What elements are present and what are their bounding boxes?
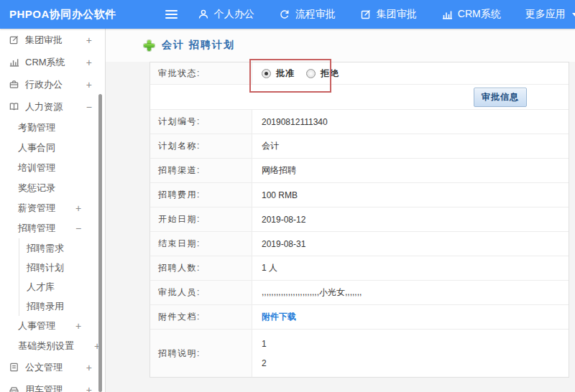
form-row-headcount: 招聘人数: 1 人: [150, 256, 569, 281]
field-label: 招聘人数:: [150, 256, 252, 280]
field-label: 审批状态:: [150, 62, 252, 84]
nav-group-approval[interactable]: 集团审批: [360, 8, 417, 21]
sidebar-item-label: 用车管理: [25, 383, 63, 392]
chart-icon: [9, 57, 19, 67]
sidebar-item-group-approval[interactable]: 集团审批 +: [0, 29, 105, 51]
expand-icon: +: [86, 34, 92, 46]
main-content: 会计 招聘计划 审批状态: 批准 拒绝 审批信息: [106, 29, 575, 392]
sidebar-item-label: 行政办公: [25, 78, 63, 91]
form-row-attachment: 附件文档: 附件下载: [150, 305, 569, 330]
expand-icon: +: [75, 202, 81, 214]
sidebar-item-recruit-demand[interactable]: 招聘需求: [19, 238, 105, 258]
sidebar-item-salary[interactable]: 薪资管理 +: [0, 198, 105, 218]
sidebar-item-admin-office[interactable]: 行政办公 +: [0, 73, 105, 95]
approval-info-button[interactable]: 审批信息: [474, 88, 527, 107]
nav-more-apps[interactable]: 更多应用: [525, 8, 575, 21]
top-navigation: 个人办公 流程审批 集团审批 CRM系统 更多应用: [198, 8, 575, 21]
sidebar-item-rewards[interactable]: 奖惩记录: [0, 178, 105, 198]
form-row-cost: 招聘费用: 100 RMB: [150, 183, 569, 207]
edit-icon: [360, 9, 372, 20]
nav-label: 个人办公: [214, 8, 254, 21]
sidebar-item-label: 培训管理: [18, 162, 55, 174]
field-label: 结束日期:: [150, 232, 252, 256]
expand-icon: +: [86, 79, 92, 90]
sidebar-item-vehicle-mgmt[interactable]: 用车管理 +: [0, 378, 105, 392]
briefcase-icon: [9, 79, 19, 90]
radio-unchecked-icon[interactable]: [306, 69, 316, 78]
sidebar-item-crm[interactable]: CRM系统 +: [0, 51, 105, 73]
field-label: 招聘说明:: [150, 330, 252, 377]
process-icon: [279, 9, 290, 20]
sidebar-item-label: 招聘录用: [27, 300, 64, 313]
sidebar-item-base-category[interactable]: 基础类别设置 +: [0, 336, 105, 356]
field-value: 1 人: [252, 256, 569, 280]
chart-icon: [441, 9, 453, 20]
field-label: 审批人员:: [150, 281, 252, 304]
radio-approve[interactable]: 批准: [262, 67, 295, 80]
book-icon: [9, 101, 19, 112]
sidebar-item-attendance[interactable]: 考勤管理: [0, 118, 105, 138]
form-row-start-date: 开始日期: 2019-08-12: [150, 207, 569, 232]
app-logo: PHPOA协同办公软件: [0, 8, 116, 22]
user-icon: [198, 9, 209, 20]
radio-reject[interactable]: 拒绝: [306, 67, 339, 80]
field-label: 附件文档:: [150, 305, 252, 329]
recruit-plan-form: 审批状态: 批准 拒绝 审批信息 计划编号: 20190812111: [150, 62, 569, 378]
form-row-plan-number: 计划编号: 20190812111340: [150, 110, 569, 134]
sidebar-item-personnel-mgmt[interactable]: 人事管理 +: [0, 316, 105, 336]
recruit-submenu: 招聘需求 招聘计划 人才库 招聘录用: [19, 238, 105, 316]
sidebar-item-recruit-plan[interactable]: 招聘计划: [19, 258, 105, 277]
sidebar-item-recruit-hire[interactable]: 招聘录用: [19, 297, 105, 316]
field-value: 会计: [252, 134, 569, 158]
field-value: ,,,,,,,,,,,,,,,,,,,,,,,,小光女,,,,,,,: [252, 281, 569, 304]
nav-process-approval[interactable]: 流程审批: [279, 8, 336, 21]
nav-crm[interactable]: CRM系统: [441, 8, 501, 21]
field-label: 招聘渠道:: [150, 159, 252, 182]
content-header: 会计 招聘计划: [106, 29, 575, 62]
sidebar-item-label: 考勤管理: [18, 121, 55, 134]
sidebar-item-talent-pool[interactable]: 人才库: [19, 277, 105, 297]
form-row-approvers: 审批人员: ,,,,,,,,,,,,,,,,,,,,,,,,小光女,,,,,,,: [150, 281, 569, 305]
sidebar-item-document-mgmt[interactable]: 公文管理 +: [0, 356, 105, 378]
field-value: 2019-08-12: [252, 207, 569, 231]
expand-icon: −: [86, 101, 92, 113]
sidebar-item-recruit-mgmt[interactable]: 招聘管理 −: [0, 218, 105, 238]
radio-label[interactable]: 拒绝: [321, 67, 339, 80]
attachment-download-link[interactable]: 附件下载: [262, 311, 296, 323]
doc-icon: [9, 362, 19, 373]
sidebar-item-label: 招聘管理: [18, 222, 55, 235]
field-value: 批准 拒绝: [252, 62, 569, 84]
form-row-status: 审批状态: 批准 拒绝: [150, 62, 569, 85]
description-line: 1: [262, 339, 267, 349]
radio-checked-icon[interactable]: [262, 69, 271, 78]
form-row-description: 招聘说明: 1 2: [150, 330, 569, 377]
hamburger-icon[interactable]: [164, 7, 179, 22]
nav-personal-office[interactable]: 个人办公: [198, 8, 254, 21]
radio-label[interactable]: 批准: [276, 67, 295, 80]
add-plus-icon: [144, 40, 155, 51]
sidebar-item-hr-contract[interactable]: 人事合同: [0, 138, 105, 158]
sidebar-item-training[interactable]: 培训管理: [0, 158, 105, 178]
expand-icon: +: [86, 362, 92, 373]
expand-icon: +: [75, 320, 81, 332]
sidebar-scrollbar[interactable]: [98, 94, 102, 392]
field-value: 100 RMB: [252, 183, 569, 207]
sidebar-item-label: CRM系统: [25, 56, 65, 69]
sidebar-item-label: 人才库: [27, 281, 55, 294]
field-value: 1 2: [252, 330, 569, 377]
expand-icon: +: [86, 57, 92, 68]
sidebar-item-label: 集团审批: [25, 34, 63, 47]
car-icon: [9, 384, 19, 392]
nav-label: 流程审批: [295, 8, 336, 21]
edit-icon: [9, 34, 19, 45]
sidebar-item-label: 招聘需求: [27, 242, 64, 255]
sidebar-item-hr[interactable]: 人力资源 −: [0, 95, 105, 118]
sidebar-item-label: 奖惩记录: [18, 182, 55, 195]
form-row-actions: 审批信息: [150, 85, 569, 110]
expand-icon: −: [75, 223, 81, 234]
sidebar-item-label: 人事管理: [18, 319, 55, 332]
nav-label: CRM系统: [458, 8, 501, 21]
nav-label: 集团审批: [377, 8, 417, 21]
field-value: 2019-08-31: [252, 232, 569, 256]
field-label: 招聘费用:: [150, 183, 252, 207]
